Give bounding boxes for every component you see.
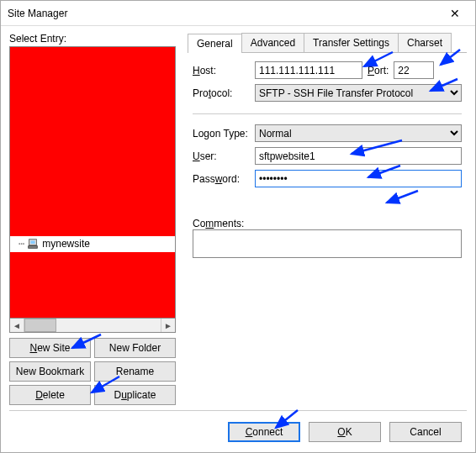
- user-label: User:: [193, 150, 250, 162]
- port-label: Port:: [368, 65, 389, 76]
- logon-type-select[interactable]: Normal: [255, 124, 462, 142]
- tab-general[interactable]: General: [188, 34, 242, 53]
- host-input[interactable]: [255, 61, 362, 79]
- tab-bar: General Advanced Transfer Settings Chars…: [188, 33, 467, 53]
- right-panel: General Advanced Transfer Settings Chars…: [188, 33, 467, 405]
- protocol-select[interactable]: SFTP - SSH File Transfer Protocol: [255, 84, 462, 102]
- new-bookmark-button[interactable]: New Bookmark: [9, 361, 91, 382]
- svg-rect-2: [29, 246, 38, 249]
- site-manager-window: Site Manager ✕ Select Entry: ⋯ mynewsite…: [0, 0, 476, 453]
- cancel-button[interactable]: Cancel: [389, 422, 462, 442]
- tab-charset[interactable]: Charset: [398, 33, 452, 52]
- horizontal-scrollbar[interactable]: ◄ ►: [9, 319, 176, 333]
- divider: [193, 113, 462, 114]
- window-title: Site Manager: [8, 8, 438, 19]
- tab-advanced[interactable]: Advanced: [241, 33, 304, 52]
- tree-connector: ⋯: [19, 238, 24, 250]
- site-name: mynewsite: [42, 238, 90, 250]
- left-panel: Select Entry: ⋯ mynewsite ◄ ► Ne: [9, 33, 176, 405]
- logon-type-label: Logon Type:: [193, 128, 250, 140]
- delete-button[interactable]: Delete: [9, 385, 91, 405]
- protocol-label: Protocol:: [193, 87, 250, 99]
- connect-button[interactable]: Connect: [228, 422, 300, 442]
- select-entry-label: Select Entry:: [9, 33, 176, 45]
- titlebar: Site Manager ✕: [1, 1, 475, 26]
- rename-button[interactable]: Rename: [94, 361, 176, 382]
- comments-label: Comments:: [193, 218, 462, 229]
- scroll-left-arrow[interactable]: ◄: [10, 319, 24, 332]
- duplicate-button[interactable]: Duplicate: [94, 385, 176, 405]
- comments-textarea[interactable]: [193, 229, 462, 258]
- site-tree-item[interactable]: ⋯ mynewsite: [19, 238, 90, 250]
- redacted-block-2: [10, 252, 175, 318]
- scroll-right-arrow[interactable]: ►: [161, 319, 175, 332]
- password-label: Password:: [193, 173, 250, 185]
- scroll-thumb[interactable]: [24, 319, 56, 332]
- site-tree[interactable]: ⋯ mynewsite: [9, 46, 176, 319]
- port-input[interactable]: [394, 61, 434, 79]
- server-icon: [27, 238, 39, 250]
- general-form: Host: Port: Protocol: SFTP - SSH File Tr…: [188, 53, 467, 258]
- redacted-block: [10, 47, 175, 236]
- tab-transfer-settings[interactable]: Transfer Settings: [304, 33, 399, 52]
- new-site-button[interactable]: New Site: [9, 338, 91, 358]
- host-label: Host:: [193, 65, 250, 76]
- new-folder-button[interactable]: New Folder: [94, 338, 176, 358]
- svg-rect-1: [31, 241, 35, 245]
- close-button[interactable]: ✕: [438, 3, 472, 24]
- user-input[interactable]: [255, 147, 462, 165]
- footer: Connect OK Cancel: [9, 410, 467, 452]
- ok-button[interactable]: OK: [309, 422, 381, 442]
- password-input[interactable]: [255, 170, 462, 187]
